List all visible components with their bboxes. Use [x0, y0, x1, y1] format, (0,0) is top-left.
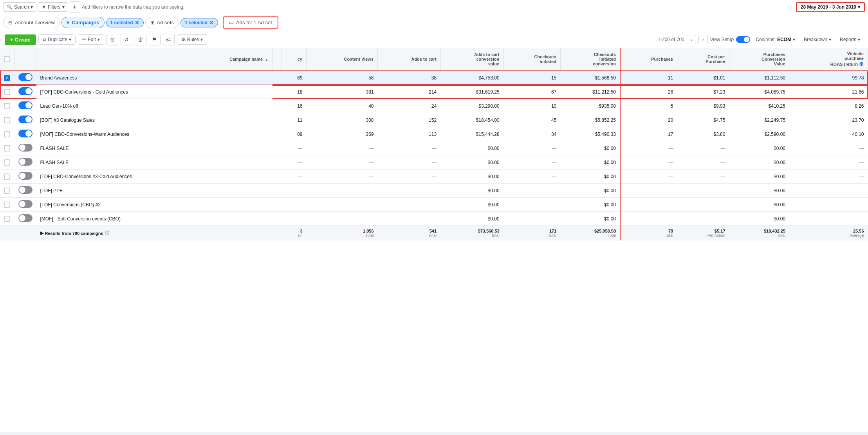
toggle-6[interactable] [18, 144, 32, 152]
toggle-8[interactable] [18, 172, 32, 180]
prev-page-button[interactable]: ‹ [687, 35, 696, 44]
row-website-roas: 40.10 [789, 127, 868, 141]
row-toggle[interactable] [14, 85, 36, 99]
flag-button[interactable]: ⚑ [149, 34, 161, 45]
row-checkbox[interactable] [0, 113, 14, 127]
campaign-name-header-label: Campaign name [229, 57, 263, 61]
row-cost-per-purchase: — [677, 198, 729, 212]
filters-button[interactable]: ▼ Filters ▾ [38, 2, 68, 12]
tab-ads-for-ad-set[interactable]: ▭ Ads for 1 Ad set [223, 16, 278, 29]
columns-label: Columns: [756, 37, 776, 42]
row-toggle[interactable] [14, 184, 36, 198]
toggle-10[interactable] [18, 200, 32, 208]
next-page-button[interactable]: › [698, 35, 708, 44]
row-toggle[interactable] [14, 141, 36, 155]
campaign-name-cell: FLASH SALE [36, 141, 272, 155]
row-checkbox[interactable] [0, 141, 14, 155]
row-toggle[interactable] [14, 113, 36, 127]
date-range-selector[interactable]: 28 May 2019 - 3 Jun 2019 ▾ [796, 2, 865, 12]
checkbox-3[interactable] [4, 103, 10, 109]
checkbox-8[interactable] [4, 173, 10, 180]
row-toggle[interactable] [14, 170, 36, 184]
edit-button[interactable]: ✏ Edit ▾ [78, 34, 104, 45]
toggle-1[interactable] [18, 73, 32, 81]
row-checkbox[interactable] [0, 127, 14, 141]
row-website-roas: — [789, 184, 868, 198]
toggle-2[interactable] [18, 87, 32, 95]
toggle-9[interactable] [18, 186, 32, 194]
campaign-name-cell: [MOF] - Soft Conversion events (CBO) [36, 212, 272, 226]
checkbox-10[interactable] [4, 202, 10, 208]
table-row: [MOF] CBO-Conversions-Warm Audiences 09 … [0, 127, 868, 141]
row-checkouts-conv: $0.00 [560, 198, 620, 212]
row-checkbox[interactable] [0, 184, 14, 198]
checkbox-9[interactable] [4, 188, 10, 194]
row-toggle[interactable] [14, 99, 36, 113]
checkbox-5[interactable] [4, 131, 10, 137]
checkbox-6[interactable] [4, 145, 10, 152]
campaign-name-text: [MOF] - Soft Conversion events (CBO) [40, 216, 121, 222]
row-adds-to-cart: 214 [378, 85, 441, 99]
footer-expand-icon[interactable]: ▶ [40, 231, 43, 236]
row-purchases-conv-value: $0.00 [729, 170, 789, 184]
row-checkbox[interactable] [0, 85, 14, 99]
add-column-icon[interactable]: ⊕ [859, 61, 864, 67]
row-toggle[interactable] [14, 212, 36, 226]
row-toggle[interactable] [14, 70, 36, 85]
columns-button[interactable]: Columns: ECOM ▾ [753, 35, 798, 44]
row-checkbox[interactable] [0, 155, 14, 170]
toggle-4[interactable] [18, 116, 32, 123]
toggle-11[interactable] [18, 214, 32, 222]
info-icon[interactable]: ⓘ [105, 230, 109, 236]
row-toggle[interactable] [14, 198, 36, 212]
campaigns-selected-close[interactable]: ✕ [135, 20, 139, 25]
tab-account-overview[interactable]: ⊟ Account overview [3, 17, 60, 28]
row-checkbox[interactable] [0, 170, 14, 184]
filters-label: Filters [48, 4, 61, 10]
search-button[interactable]: 🔍 Search ▾ [3, 2, 36, 12]
header-campaign-name[interactable]: Campaign name ▲ [36, 48, 272, 70]
ad-sets-icon: ⊞ [150, 20, 155, 25]
breakdown-button[interactable]: Breakdown ▾ [801, 35, 834, 44]
row-checkbox[interactable] [0, 99, 14, 113]
footer-checkbox [0, 226, 14, 240]
checkbox-4[interactable] [4, 117, 10, 123]
rules-label: Rules [187, 37, 199, 42]
row-checkbox[interactable] [0, 198, 14, 212]
checkbox-7[interactable] [4, 159, 10, 166]
tag-button[interactable]: 🏷 [163, 34, 175, 45]
checkbox-2[interactable] [4, 89, 10, 95]
create-button[interactable]: + Create [5, 34, 36, 45]
row-toggle[interactable] [14, 127, 36, 141]
add-filter-button[interactable]: + [70, 1, 80, 13]
row-toggle[interactable] [14, 155, 36, 170]
footer-adds-to-cart: 541 Total [378, 226, 441, 240]
toggle-3[interactable] [18, 101, 32, 109]
row-checkbox[interactable] [0, 70, 14, 85]
tab-campaigns[interactable]: ≡ Campaigns [61, 17, 105, 28]
row-adds-to-cart: 38 [378, 70, 441, 85]
ad-sets-selected-close[interactable]: ✕ [209, 20, 214, 25]
row-content-views: — [307, 155, 378, 170]
campaigns-selected-badge: 1 selected ✕ [106, 18, 144, 27]
delete-button[interactable]: 🗑 [135, 34, 146, 45]
table-row: Brand Awareness 69 58 38 $4,753.00 15 $1… [0, 70, 868, 85]
columns-value: ECOM [777, 37, 791, 42]
header-checkbox[interactable] [0, 48, 14, 70]
rules-button[interactable]: ⚙ Rules ▾ [177, 34, 208, 45]
view-setup-toggle[interactable] [736, 36, 750, 43]
toggle-5[interactable] [18, 130, 32, 137]
archive-button[interactable]: ⊙ [106, 34, 118, 45]
toggle-7[interactable] [18, 158, 32, 166]
checkbox-1[interactable] [4, 75, 10, 81]
refresh-button[interactable]: ↺ [121, 34, 132, 45]
row-purchases-conv-value: $0.00 [729, 184, 789, 198]
duplicate-button[interactable]: ⧉ Duplicate ▾ [38, 34, 76, 45]
row-checkbox[interactable] [0, 212, 14, 226]
footer-checkouts-conv: $25,058.58 Total [560, 226, 620, 240]
reports-button[interactable]: Reports ▾ [837, 35, 863, 44]
tab-ad-sets[interactable]: ⊞ Ad sets [145, 17, 179, 28]
checkbox-11[interactable] [4, 216, 10, 222]
campaign-name-text: [TOF] Conversions (CBO) #2 [40, 202, 101, 208]
select-all-checkbox[interactable] [4, 56, 10, 62]
